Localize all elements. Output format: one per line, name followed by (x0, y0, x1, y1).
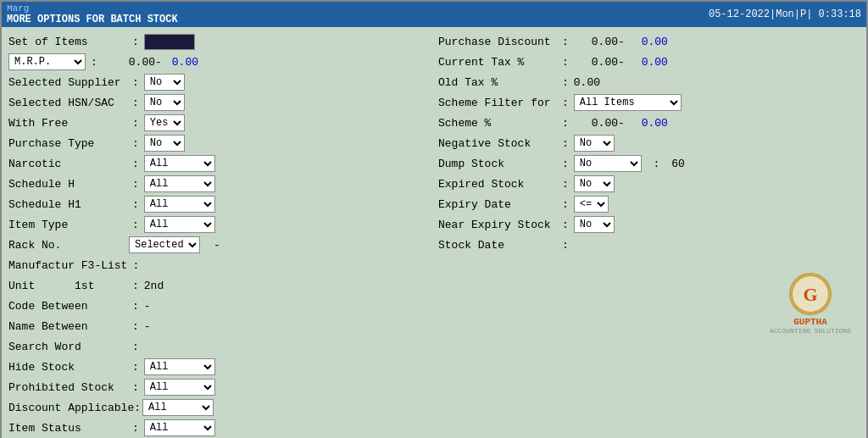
content-area: Set of Items : M.R.P. Retail Wholesale :… (2, 27, 866, 438)
selected-hsn-row: Selected HSN/SAC : No Yes (8, 93, 430, 112)
near-expiry-label: Near Expiry Stock (438, 219, 557, 231)
hide-stock-dropdown[interactable]: All Selected (144, 358, 215, 375)
search-word-row: Search Word : (8, 337, 430, 356)
item-status-label: Item Status (8, 422, 127, 435)
mrp-dropdown[interactable]: M.R.P. Retail Wholesale (8, 53, 86, 70)
expired-stock-label: Expired Stock (438, 178, 557, 191)
dump-stock-value: 60 (671, 158, 685, 170)
expiry-date-dropdown[interactable]: <= >= = (574, 196, 609, 213)
stock-date-label: Stock Date (438, 239, 557, 252)
unit-row: Unit 1st : 2nd (8, 276, 430, 295)
hide-stock-label: Hide Stock (8, 361, 127, 374)
code-between-label: Code Between (8, 300, 127, 313)
with-free-label: With Free (8, 117, 127, 130)
schedule-h1-dropdown[interactable]: All Selected (144, 196, 215, 213)
prohibited-stock-dropdown[interactable]: All Selected (144, 379, 215, 396)
purchase-type-dropdown[interactable]: No Yes (144, 135, 185, 152)
purchase-discount-label: Purchase Discount (438, 36, 557, 48)
selected-hsn-dropdown[interactable]: No Yes (144, 94, 185, 111)
near-expiry-dropdown[interactable]: No Yes (574, 216, 615, 233)
logo-company-name: GUPTHA (793, 317, 827, 327)
current-tax-value2: 0.00 (642, 56, 668, 69)
code-between-dash: - (144, 300, 151, 313)
with-free-dropdown[interactable]: Yes No (144, 114, 185, 131)
scheme-percent-value1: 0.00- (574, 117, 625, 130)
expired-stock-dropdown[interactable]: No Yes (574, 175, 615, 192)
stock-date-row: Stock Date : (438, 236, 860, 254)
left-column: Set of Items : M.R.P. Retail Wholesale :… (8, 32, 430, 438)
purchase-discount-value1: 0.00- (574, 36, 625, 48)
logo-circle: G (789, 273, 832, 315)
right-column: Purchase Discount : 0.00- 0.00 Current T… (438, 32, 860, 438)
old-tax-row: Old Tax % : 0.00 (438, 73, 860, 91)
code-between-row: Code Between : - (8, 297, 430, 315)
set-items-value1: 0.00- (103, 56, 162, 69)
prohibited-stock-row: Prohibited Stock : All Selected (8, 378, 430, 396)
purchase-discount-value2: 0.00 (642, 36, 668, 48)
scheme-filter-label: Scheme Filter for (438, 97, 557, 109)
discount-applicable-row: Discount Applicable: All Selected (8, 398, 430, 417)
purchase-type-label: Purchase Type (8, 137, 127, 150)
app-name: Marg (7, 3, 178, 14)
item-type-label: Item Type (8, 219, 127, 231)
item-type-row: Item Type : All Selected (8, 215, 430, 234)
rack-no-dash: - (214, 239, 220, 252)
current-tax-row: Current Tax % : 0.00- 0.00 (438, 53, 860, 71)
schedule-h-row: Schedule H : All Selected (8, 175, 430, 193)
rack-no-label: Rack No. (8, 239, 127, 252)
narcotic-dropdown[interactable]: All Selected (144, 155, 215, 172)
set-of-items-dark-box (144, 34, 195, 50)
near-expiry-row: Near Expiry Stock : No Yes (438, 215, 860, 234)
expiry-date-row: Expiry Date : <= >= = (438, 195, 860, 213)
svg-text:G: G (803, 284, 817, 305)
dump-stock-dropdown[interactable]: No Yes (574, 155, 642, 172)
selected-hsn-label: Selected HSN/SAC (8, 97, 127, 109)
manufactur-label: Manufactur F3-List (8, 259, 127, 272)
scheme-percent-row: Scheme % : 0.00- 0.00 (438, 114, 860, 132)
logo-area: G GUPTHA ACCOUNTING SOLUTIONS (761, 264, 860, 343)
selected-supplier-label: Selected Supplier (8, 76, 127, 89)
manufactur-row: Manufactur F3-List : (8, 256, 430, 274)
name-between-label: Name Between (8, 320, 127, 333)
scheme-percent-value2: 0.00 (642, 117, 668, 130)
scheme-filter-dropdown[interactable]: All Items Selected Items (574, 94, 682, 111)
datetime-display: 05-12-2022|Mon|P| 0:33:18 (709, 8, 861, 20)
scheme-filter-row: Scheme Filter for : All Items Selected I… (438, 93, 860, 112)
set-of-items-row: Set of Items : (8, 32, 430, 51)
negative-stock-row: Negative Stock : No Yes (438, 134, 860, 152)
item-status-row: Item Status : All Selected (8, 419, 430, 437)
main-window: Marg MORE OPTIONS FOR BATCH STOCK 05-12-… (0, 0, 868, 438)
search-word-label: Search Word (8, 341, 127, 353)
unit-second: 2nd (144, 280, 164, 292)
discount-applicable-dropdown[interactable]: All Selected (142, 399, 214, 416)
rack-no-row: Rack No. Selected All - (8, 236, 430, 254)
set-items-value2: 0.00 (172, 56, 198, 69)
unit-label: Unit 1st (8, 280, 127, 292)
expired-stock-row: Expired Stock : No Yes (438, 175, 860, 193)
narcotic-label: Narcotic (8, 158, 127, 170)
hide-stock-row: Hide Stock : All Selected (8, 358, 430, 376)
purchase-type-row: Purchase Type : No Yes (8, 134, 430, 152)
narcotic-row: Narcotic : All Selected (8, 154, 430, 173)
schedule-h-label: Schedule H (8, 178, 127, 191)
logo-subtext: ACCOUNTING SOLUTIONS (770, 327, 851, 335)
expiry-date-label: Expiry Date (438, 198, 557, 211)
window-title: MORE OPTIONS FOR BATCH STOCK (7, 14, 178, 25)
schedule-h1-label: Schedule H1 (8, 198, 127, 211)
item-type-dropdown[interactable]: All Selected (144, 216, 215, 233)
negative-stock-label: Negative Stock (438, 137, 557, 150)
selected-supplier-dropdown[interactable]: No Yes (144, 74, 185, 91)
current-tax-label: Current Tax % (438, 56, 557, 69)
negative-stock-dropdown[interactable]: No Yes (574, 135, 615, 152)
scheme-percent-label: Scheme % (438, 117, 557, 130)
item-status-dropdown[interactable]: All Selected (144, 419, 215, 436)
with-free-row: With Free : Yes No (8, 114, 430, 132)
logo-svg: G (791, 274, 830, 313)
rack-no-dropdown[interactable]: Selected All (129, 236, 200, 253)
old-tax-value: 0.00 (574, 76, 600, 89)
selected-supplier-row: Selected Supplier : No Yes (8, 73, 430, 91)
schedule-h1-row: Schedule H1 : All Selected (8, 195, 430, 213)
purchase-discount-row: Purchase Discount : 0.00- 0.00 (438, 32, 860, 51)
schedule-h-dropdown[interactable]: All Selected (144, 175, 215, 192)
name-between-row: Name Between : - (8, 317, 430, 335)
